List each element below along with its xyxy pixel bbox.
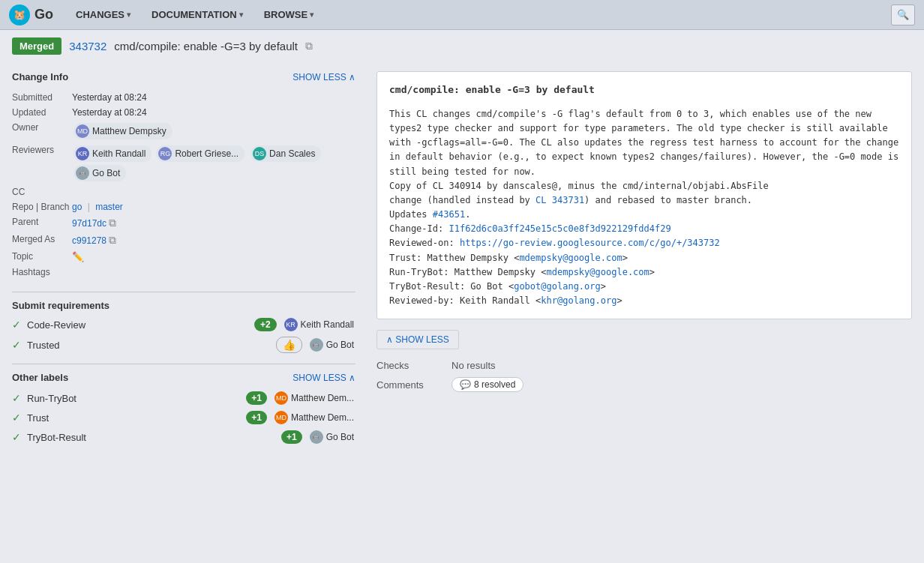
copy-title-icon[interactable]: ⧉ — [305, 40, 313, 52]
nav-documentation-label: DOCUMENTATION — [152, 9, 237, 20]
copy-line2-pre: change (handled instead by — [389, 195, 536, 205]
trust-score: +1 — [246, 411, 267, 424]
other-labels-title: Other labels — [12, 372, 68, 383]
comments-badge[interactable]: 💬 8 resolved — [452, 377, 524, 392]
owner-chip[interactable]: MD Matthew Dempsky — [74, 123, 172, 139]
reviewers-chips: KR Keith Randall RG Robert Griese... DS … — [72, 145, 356, 182]
merged-as-value: c991278 ⧉ — [72, 232, 356, 249]
trybot-result-email[interactable]: gobot@golang.org — [514, 281, 601, 292]
nav-item-browse[interactable]: BROWSE ▾ — [254, 0, 325, 30]
owner-name: Matthew Dempsky — [92, 126, 166, 136]
reviewed-by-line: Reviewed-by: Keith Randall < — [389, 295, 541, 306]
reviewed-on-link[interactable]: https://go-review.googlesource.com/c/go/… — [460, 238, 720, 248]
reviewer-chip-dan[interactable]: DS Dan Scales — [250, 145, 321, 162]
other-labels-section: Other labels SHOW LESS ∧ ✓ Run-TryBot +1… — [12, 372, 356, 445]
run-trybot-score: +1 — [246, 391, 267, 405]
nav-browse-label: BROWSE — [264, 9, 308, 20]
updated-value: Yesterday at 08:24 — [72, 105, 356, 120]
cc-row: CC — [12, 184, 356, 199]
trusted-req: ✓ Trusted 👍 🤖 Go Bot — [12, 337, 356, 353]
trybot-result-check-icon: ✓ — [12, 431, 21, 443]
changes-chevron-icon: ▾ — [127, 10, 130, 19]
reviewer-name-robert: Robert Griese... — [175, 148, 238, 159]
commit-title: cmd/compile: enable -G=3 by default — [389, 82, 899, 98]
trust-reviewer-name: Matthew Dem... — [291, 412, 354, 423]
trust-reviewer[interactable]: MD Matthew Dem... — [274, 411, 354, 424]
comments-value: 8 resolved — [474, 379, 515, 390]
hashtags-value — [72, 265, 356, 280]
reviewer-name-keith: Keith Randall — [92, 148, 146, 159]
submitted-label: Submitted — [12, 90, 72, 105]
cl-number-link[interactable]: 343732 — [69, 40, 106, 52]
topic-label: Topic — [12, 249, 72, 265]
reviewer-name-gobot: Go Bot — [92, 168, 120, 178]
parent-row: Parent 97d17dc ⧉ — [12, 214, 356, 232]
change-info-show-less[interactable]: SHOW LESS ∧ — [292, 72, 356, 82]
change-info-header: Change Info SHOW LESS ∧ — [12, 71, 356, 82]
logo-text: Go — [34, 7, 53, 22]
change-id-link[interactable]: I1f62d6c0a3ff245e15c5c0e8f3d922129fdd4f2… — [448, 223, 670, 234]
trust-label: Trust — [27, 412, 240, 424]
reviewer-avatar-dan: DS — [253, 147, 266, 160]
merged-as-link[interactable]: c991278 — [72, 235, 106, 246]
change-info-title: Change Info — [12, 71, 68, 82]
owner-row: Owner MD Matthew Dempsky — [12, 120, 356, 142]
reviewers-label: Reviewers — [12, 142, 72, 184]
parent-value: 97d17dc ⧉ — [72, 214, 356, 232]
pipe-divider: | — [88, 202, 90, 212]
documentation-chevron-icon: ▾ — [239, 10, 243, 19]
site-logo[interactable]: 🐹 Go — [9, 4, 53, 25]
trust-check-icon: ✓ — [12, 412, 21, 424]
submit-requirements-section: Submit requirements ✓ Code-Review +2 KR … — [12, 300, 356, 353]
reviewed-by-email[interactable]: khr@golang.org — [541, 295, 616, 306]
reviewer-chip-gobot[interactable]: 🤖 Go Bot — [74, 165, 126, 181]
branch-link[interactable]: master — [95, 202, 123, 212]
search-button[interactable]: 🔍 — [891, 4, 915, 25]
trusted-reviewer-name: Go Bot — [326, 340, 354, 350]
nav-item-changes[interactable]: CHANGES ▾ — [65, 0, 141, 30]
hashtags-label: Hashtags — [12, 265, 72, 280]
run-trybot-reviewer-avatar: MD — [274, 391, 288, 405]
owner-value: MD Matthew Dempsky — [72, 120, 356, 142]
topic-edit-icon[interactable]: ✏️ — [72, 251, 84, 262]
cc-label: CC — [12, 184, 72, 199]
merged-badge: Merged — [12, 37, 62, 55]
commit-copy-line: Copy of CL 340914 by danscales@, minus t… — [389, 179, 899, 208]
trust-line: Trust: Matthew Dempsky < — [389, 253, 519, 263]
copy-line1: Copy of CL 340914 by danscales@, minus t… — [389, 181, 769, 191]
submitted-value: Yesterday at 08:24 — [72, 90, 356, 105]
cl-343731-link[interactable]: CL 343731 — [536, 195, 584, 205]
topic-row: Topic ✏️ — [12, 249, 356, 265]
code-review-reviewer[interactable]: KR Keith Randall — [284, 318, 354, 331]
other-labels-show-less[interactable]: SHOW LESS ∧ — [292, 373, 356, 383]
repo-link[interactable]: go — [72, 202, 82, 212]
parent-link[interactable]: 97d17dc — [72, 218, 106, 229]
trybot-result-score: +1 — [281, 430, 302, 444]
copy-merged-as-icon[interactable]: ⧉ — [109, 234, 116, 246]
commit-message-box: cmd/compile: enable -G=3 by default This… — [376, 71, 912, 319]
cc-value — [72, 184, 356, 199]
trusted-reviewer[interactable]: 🤖 Go Bot — [310, 338, 354, 352]
submit-requirements-title: Submit requirements — [12, 300, 356, 311]
commit-updates: Updates #43651. — [389, 208, 899, 222]
trust-end: > — [622, 253, 628, 263]
run-trybot-reviewer[interactable]: MD Matthew Dem... — [274, 391, 354, 405]
owner-label: Owner — [12, 120, 72, 142]
owner-avatar: MD — [76, 124, 89, 138]
trust-email[interactable]: mdempsky@google.com — [519, 253, 622, 263]
trybot-result-reviewer[interactable]: 🤖 Go Bot — [310, 430, 354, 444]
merged-as-label: Merged As — [12, 232, 72, 249]
copy-line2-post: ) and rebased to master branch. — [584, 195, 752, 205]
show-less-bar[interactable]: ∧ SHOW LESS — [376, 330, 459, 349]
reviewer-chip-robert[interactable]: RG Robert Griese... — [156, 145, 244, 162]
reviewer-chip-keith[interactable]: KR Keith Randall — [74, 145, 152, 162]
code-review-check-icon: ✓ — [12, 319, 21, 331]
run-trybot-email[interactable]: mdempsky@google.com — [547, 267, 650, 277]
nav-item-documentation[interactable]: DOCUMENTATION ▾ — [141, 0, 254, 30]
repo-branch-value: go | master — [72, 199, 356, 214]
issue-43651-link[interactable]: #43651 — [433, 209, 465, 220]
trybot-result-end: > — [601, 281, 606, 292]
copy-parent-icon[interactable]: ⧉ — [109, 217, 116, 229]
code-review-label: Code-Review — [27, 319, 248, 331]
comments-row: Comments 💬 8 resolved — [376, 377, 912, 392]
